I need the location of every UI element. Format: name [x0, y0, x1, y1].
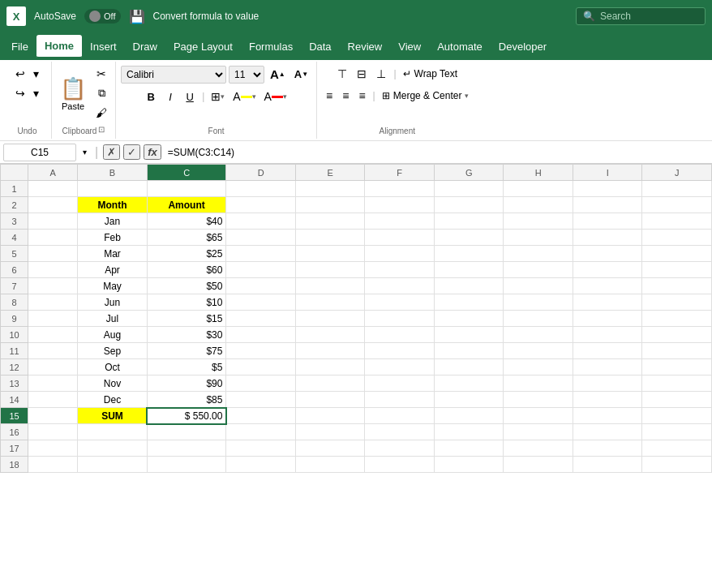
underline-button[interactable]: U	[181, 88, 199, 105]
cell-D2[interactable]	[226, 197, 296, 213]
cell-H9[interactable]	[504, 311, 573, 327]
align-right-button[interactable]: ≡	[354, 87, 369, 105]
menu-view[interactable]: View	[390, 36, 429, 58]
cell-E3[interactable]	[295, 213, 365, 230]
cell-B10[interactable]: Aug	[78, 327, 148, 343]
cell-B12[interactable]: Oct	[78, 359, 148, 376]
cell-D8[interactable]	[226, 294, 296, 311]
row-header-16[interactable]: 16	[1, 424, 28, 440]
row-header-17[interactable]: 17	[1, 440, 28, 457]
align-bot-button[interactable]: ⊥	[372, 65, 390, 83]
cell-A1[interactable]	[28, 181, 78, 197]
font-name-select[interactable]: Calibri	[121, 66, 226, 84]
cell-A11[interactable]	[28, 343, 78, 359]
undo-dropdown[interactable]: ▾	[30, 65, 42, 83]
align-center-button[interactable]: ≡	[338, 87, 353, 105]
paste-button[interactable]: 📋 Paste	[57, 75, 89, 113]
undo-button[interactable]: ↩	[12, 65, 28, 83]
cell-C6[interactable]: $60	[147, 262, 226, 278]
col-header-e[interactable]: E	[295, 165, 365, 181]
cell-J6[interactable]	[642, 262, 712, 278]
cell-D15[interactable]	[226, 408, 296, 424]
cell-E10[interactable]	[295, 327, 365, 343]
row-header-4[interactable]: 4	[1, 230, 28, 246]
cell-A15[interactable]	[28, 408, 78, 424]
cell-A2[interactable]	[28, 197, 78, 213]
cell-E2[interactable]	[295, 197, 365, 213]
menu-automate[interactable]: Automate	[429, 36, 491, 58]
cancel-formula-button[interactable]: ✗	[103, 144, 120, 160]
cell-C3[interactable]: $40	[147, 213, 226, 230]
redo-button[interactable]: ↪	[12, 84, 28, 102]
italic-button[interactable]: I	[161, 88, 179, 105]
cell-J12[interactable]	[642, 359, 712, 376]
cell-C4[interactable]: $65	[147, 230, 226, 246]
cell-D11[interactable]	[226, 343, 296, 359]
cell-reference-box[interactable]	[3, 144, 76, 161]
cell-B14[interactable]: Dec	[78, 392, 148, 408]
cell-F11[interactable]	[365, 343, 435, 359]
cell-F2[interactable]	[365, 197, 435, 213]
cell-B3[interactable]: Jan	[78, 213, 148, 230]
borders-button[interactable]: ⊞ ▾	[208, 88, 228, 105]
cell-A18[interactable]	[28, 457, 78, 473]
cell-E8[interactable]	[295, 294, 365, 311]
cell-C11[interactable]: $75	[147, 343, 226, 359]
cell-G6[interactable]	[434, 262, 504, 278]
cell-I3[interactable]	[573, 213, 642, 230]
search-box[interactable]: 🔍	[576, 7, 706, 25]
save-icon[interactable]: 💾	[129, 9, 145, 24]
cell-H3[interactable]	[504, 213, 573, 230]
font-size-select[interactable]: 11	[229, 66, 264, 84]
row-header-14[interactable]: 14	[1, 392, 28, 408]
cell-E1[interactable]	[295, 181, 365, 197]
cell-C2[interactable]: Amount	[147, 197, 226, 213]
cell-J2[interactable]	[642, 197, 712, 213]
cell-C16[interactable]	[147, 424, 226, 440]
align-top-button[interactable]: ⊤	[333, 65, 351, 83]
cell-J16[interactable]	[642, 424, 712, 440]
align-mid-button[interactable]: ⊟	[353, 65, 371, 83]
cell-H6[interactable]	[504, 262, 573, 278]
bold-button[interactable]: B	[142, 88, 160, 105]
merge-center-button[interactable]: ⊞ Merge & Center ▾	[379, 88, 473, 103]
cell-E17[interactable]	[295, 440, 365, 457]
cell-F10[interactable]	[365, 327, 435, 343]
cell-G1[interactable]	[434, 181, 504, 197]
wrap-text-button[interactable]: ↵ Wrap Text	[400, 67, 461, 81]
cell-B2[interactable]: Month	[78, 197, 148, 213]
cell-H10[interactable]	[504, 327, 573, 343]
cell-F6[interactable]	[365, 262, 435, 278]
menu-formulas[interactable]: Formulas	[241, 36, 301, 58]
cell-C7[interactable]: $50	[147, 278, 226, 294]
cell-F3[interactable]	[365, 213, 435, 230]
row-header-10[interactable]: 10	[1, 327, 28, 343]
cell-J11[interactable]	[642, 343, 712, 359]
row-header-15[interactable]: 15	[1, 408, 28, 424]
cell-E12[interactable]	[295, 359, 365, 376]
cell-G3[interactable]	[434, 213, 504, 230]
cell-B9[interactable]: Jul	[78, 311, 148, 327]
cell-D10[interactable]	[226, 327, 296, 343]
row-header-9[interactable]: 9	[1, 311, 28, 327]
cell-E7[interactable]	[295, 278, 365, 294]
cell-E15[interactable]	[295, 408, 365, 424]
insert-function-button[interactable]: fx	[144, 144, 161, 160]
cell-H17[interactable]	[504, 440, 573, 457]
cell-G11[interactable]	[434, 343, 504, 359]
col-header-g[interactable]: G	[434, 165, 504, 181]
cell-A10[interactable]	[28, 327, 78, 343]
convert-formula-btn[interactable]: Convert formula to value	[153, 11, 568, 22]
cell-H12[interactable]	[504, 359, 573, 376]
cell-C1[interactable]	[147, 181, 226, 197]
cell-C12[interactable]: $5	[147, 359, 226, 376]
menu-review[interactable]: Review	[340, 36, 391, 58]
menu-draw[interactable]: Draw	[125, 36, 165, 58]
cell-F1[interactable]	[365, 181, 435, 197]
cell-C10[interactable]: $30	[147, 327, 226, 343]
cell-F7[interactable]	[365, 278, 435, 294]
cell-I7[interactable]	[573, 278, 642, 294]
cell-J13[interactable]	[642, 376, 712, 392]
cell-H18[interactable]	[504, 457, 573, 473]
cell-A7[interactable]	[28, 278, 78, 294]
